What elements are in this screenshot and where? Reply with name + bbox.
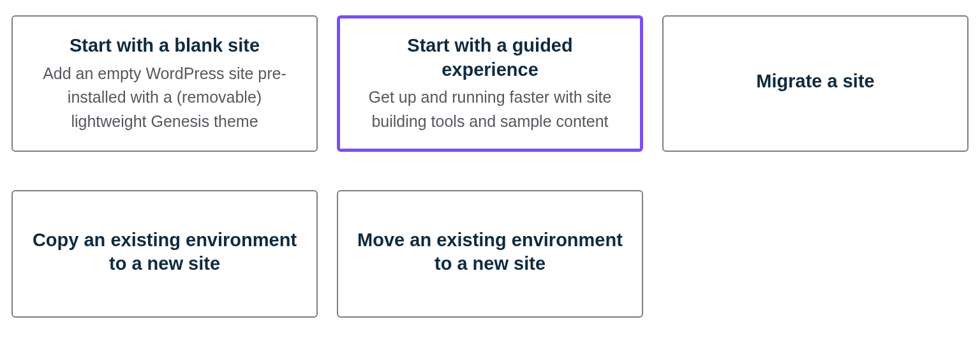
card-title: Migrate a site: [756, 70, 874, 94]
card-title: Start with a blank site: [70, 34, 260, 58]
site-creation-options-grid: Start with a blank site Add an empty Wor…: [11, 15, 969, 318]
option-card-copy-environment[interactable]: Copy an existing environment to a new si…: [11, 190, 318, 318]
card-description: Add an empty WordPress site pre-installe…: [31, 62, 299, 134]
card-title: Copy an existing environment to a new si…: [31, 228, 299, 276]
option-card-guided-experience[interactable]: Start with a guided experience Get up an…: [337, 15, 643, 152]
card-title: Move an existing environment to a new si…: [356, 228, 624, 276]
card-title: Start with a guided experience: [358, 34, 622, 82]
option-card-blank-site[interactable]: Start with a blank site Add an empty Wor…: [11, 15, 318, 152]
option-card-move-environment[interactable]: Move an existing environment to a new si…: [337, 190, 643, 318]
option-card-migrate-site[interactable]: Migrate a site: [662, 15, 969, 152]
card-description: Get up and running faster with site buil…: [358, 85, 622, 133]
